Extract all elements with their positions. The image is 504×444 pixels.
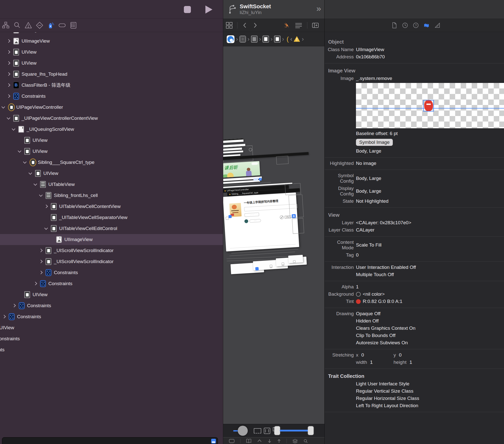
help-inspector-icon[interactable]: ?: [410, 22, 421, 29]
spacing-slider-max[interactable]: [308, 426, 314, 435]
spacing-slider-track[interactable]: [280, 430, 308, 431]
back-chevron-icon[interactable]: [239, 22, 250, 29]
disclosure-collapsed-icon[interactable]: [7, 94, 10, 98]
banner-card[interactable]: 课后听: [223, 161, 260, 178]
window-item-icon[interactable]: [239, 36, 246, 43]
pages-icon[interactable]: [246, 439, 251, 443]
object-inspector-icon[interactable]: [421, 22, 432, 29]
tree-row[interactable]: _UIScrollViewScrollIndicator: [0, 256, 223, 267]
disclosure-collapsed-icon[interactable]: [2, 315, 6, 318]
tree-row[interactable]: UIPageViewController: [0, 102, 223, 113]
disclosure-expanded-icon[interactable]: [29, 171, 32, 175]
jumpbar-back-chevron[interactable]: ‹: [290, 36, 292, 43]
size-inspector-icon[interactable]: [432, 22, 443, 29]
tree-row[interactable]: UIView: [0, 322, 223, 333]
edit-checkbox[interactable]: [226, 217, 229, 220]
disclosure-expanded-icon[interactable]: [7, 116, 10, 120]
file-inspector-icon[interactable]: [389, 22, 400, 29]
warning-badge-icon[interactable]: [293, 36, 300, 43]
tree-row[interactable]: UIImageView: [0, 32, 223, 36]
tab-slab[interactable]: [288, 255, 303, 263]
tree-row[interactable]: _UIScrollViewScrollIndicator: [0, 245, 223, 256]
tree-row[interactable]: UIView: [0, 47, 223, 58]
disclosure-collapsed-icon[interactable]: [39, 260, 43, 263]
cell-mini-pill[interactable]: · · ·: [244, 212, 259, 217]
tree-row[interactable]: BClassFilterB - 筛选年级: [0, 80, 223, 91]
disclosure-collapsed-icon[interactable]: [7, 72, 10, 76]
add-editor-icon[interactable]: [309, 22, 321, 29]
tree-row[interactable]: Constraints: [0, 91, 223, 102]
stop-button[interactable]: [184, 6, 191, 13]
disclosure-expanded-icon[interactable]: [34, 182, 37, 186]
tree-row[interactable]: Constraints: [0, 344, 223, 355]
rounded-rect-icon[interactable]: [229, 439, 235, 443]
tree-row[interactable]: Constraints: [0, 300, 223, 311]
play-button[interactable]: [205, 6, 212, 14]
disclosure-expanded-icon[interactable]: [2, 105, 5, 108]
tree-row[interactable]: Sibling___SquareCtrl_type: [0, 157, 223, 168]
grid-view-icon[interactable]: [223, 22, 235, 29]
disclosure-collapsed-icon[interactable]: [7, 83, 10, 87]
3d-canvas[interactable]: 课后听 ···· ✓ UIPageViewController Sibling_…: [223, 46, 324, 424]
view-item-icon[interactable]: [251, 36, 258, 43]
tree-row[interactable]: UITableViewCellContentView: [0, 201, 223, 212]
tree-row[interactable]: _UIPageViewControllerContentView: [0, 113, 223, 124]
tree-row[interactable]: Constraints: [0, 278, 223, 289]
tree-row[interactable]: Constraints: [0, 267, 223, 278]
cell-card[interactable]: 一年级上学期拼写内容整理 · · · ···· PU B: [223, 192, 299, 251]
breakpoint-diamond-icon[interactable]: [34, 21, 45, 29]
debug-console-bar[interactable]: [2, 437, 218, 444]
disclosure-collapsed-icon[interactable]: [44, 204, 48, 208]
layer-slab[interactable]: [223, 138, 243, 143]
related-items-icon[interactable]: [228, 4, 237, 15]
tree-row[interactable]: _UITableViewCellSeparatorView: [0, 212, 223, 223]
disclosure-expanded-icon[interactable]: [39, 193, 43, 197]
show-constraints-icon[interactable]: [264, 428, 270, 434]
warning-icon[interactable]: [23, 21, 34, 29]
arrow-down-icon[interactable]: [268, 439, 272, 443]
share-circle-icon[interactable]: [244, 219, 248, 223]
tree-row[interactable]: Constraints: [0, 333, 223, 344]
view-item-icon[interactable]: [263, 36, 269, 43]
blue-tag[interactable]: ···· ✓: [253, 177, 262, 181]
swift-icon[interactable]: [280, 22, 292, 29]
tree-row[interactable]: Constraints: [0, 311, 223, 322]
disclosure-collapsed-icon[interactable]: [7, 50, 10, 54]
console-icon[interactable]: [211, 439, 216, 443]
tag-icon[interactable]: [56, 21, 68, 29]
tree-row[interactable]: UITableViewCellEditControl: [0, 223, 223, 234]
rotation-slider-knob[interactable]: [238, 426, 248, 436]
disclosure-collapsed-icon[interactable]: [39, 249, 43, 252]
layers-icon[interactable]: [292, 439, 298, 443]
disclosure-collapsed-icon[interactable]: [34, 282, 37, 285]
disclosure-expanded-icon[interactable]: [18, 149, 21, 153]
tree-row[interactable]: _UIQueuingScrollView: [0, 124, 223, 135]
list-report-icon[interactable]: [68, 21, 79, 29]
app-icon[interactable]: [227, 35, 234, 43]
disclosure-expanded-icon[interactable]: [23, 160, 27, 164]
double-chevron-icon[interactable]: »: [316, 4, 320, 13]
chevron-up-icon[interactable]: [257, 439, 262, 443]
spray-icon[interactable]: [45, 21, 56, 29]
disclosure-collapsed-icon[interactable]: [7, 39, 10, 43]
history-inspector-icon[interactable]: [400, 22, 410, 29]
tree-row[interactable]: UIView: [0, 289, 223, 300]
spacing-slider-min[interactable]: [274, 426, 280, 435]
forward-chevron-icon[interactable]: [250, 22, 261, 29]
tree-row[interactable]: UIView: [0, 168, 223, 179]
hamburger-lines-icon[interactable]: [292, 22, 305, 29]
tree-row[interactable]: UITableView: [0, 179, 223, 190]
tree-row[interactable]: UIImageView: [0, 234, 223, 245]
disclosure-collapsed-icon[interactable]: [7, 61, 10, 65]
tree-row[interactable]: UIImageView: [0, 36, 223, 47]
arrow-up-icon[interactable]: [277, 439, 281, 443]
tree-row[interactable]: Square_lhs_TopHead: [0, 69, 223, 80]
tree-row[interactable]: UIView: [0, 135, 223, 146]
magnifier-icon[interactable]: [303, 439, 308, 443]
tree-row[interactable]: UIView: [0, 146, 223, 157]
hierarchy-icon[interactable]: [0, 21, 11, 29]
view-item-icon[interactable]: [274, 36, 281, 43]
disclosure-collapsed-icon[interactable]: [39, 271, 43, 274]
disclosure-expanded-icon[interactable]: [44, 226, 48, 230]
search-icon[interactable]: [11, 21, 23, 29]
